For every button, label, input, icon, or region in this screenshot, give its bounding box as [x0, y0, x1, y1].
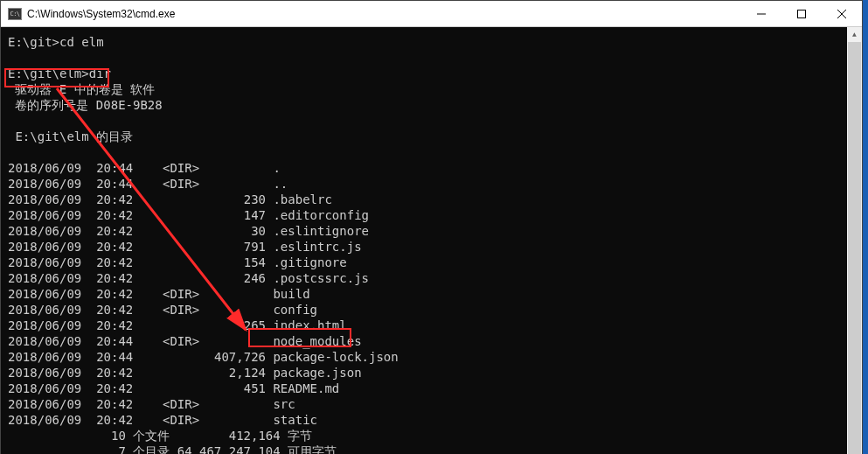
terminal-line: 2018/06/09 20:44 <DIR> node_modules: [8, 334, 362, 348]
terminal-line: E:\git>cd elm: [8, 35, 104, 49]
terminal-line: 卷的序列号是 D08E-9B28: [8, 98, 163, 112]
cmd-window: C:\ C:\Windows\System32\cmd.exe E:\git>c…: [0, 0, 863, 454]
terminal-line: 2018/06/09 20:42 <DIR> config: [8, 303, 317, 317]
terminal-line: 2018/06/09 20:42 154 .gitignore: [8, 255, 347, 269]
terminal-line: 驱动器 E 中的卷是 软件: [8, 82, 155, 96]
terminal-line: 2018/06/09 20:42 <DIR> static: [8, 413, 317, 427]
close-button[interactable]: [822, 1, 862, 27]
titlebar[interactable]: C:\ C:\Windows\System32\cmd.exe: [1, 1, 862, 27]
terminal-line: 2018/06/09 20:42 246 .postcssrc.js: [8, 271, 369, 285]
terminal-line: 7 个目录 64,467,247,104 可用字节: [8, 444, 337, 454]
terminal-line: 2018/06/09 20:44 <DIR> ..: [8, 177, 288, 191]
scroll-up-arrow[interactable]: ▲: [847, 27, 862, 42]
terminal-line: 2018/06/09 20:42 <DIR> src: [8, 397, 295, 411]
terminal-line: 2018/06/09 20:42 147 .editorconfig: [8, 208, 369, 222]
terminal-line: E:\git\elm 的目录: [8, 129, 133, 143]
terminal-line: E:\git\elm>dir: [8, 66, 111, 80]
maximize-button[interactable]: [781, 1, 822, 27]
scroll-track[interactable]: [847, 42, 862, 454]
terminal-line: 2018/06/09 20:42 <DIR> build: [8, 287, 310, 301]
scrollbar-vertical[interactable]: ▲ ▼: [847, 27, 862, 454]
terminal-area: E:\git>cd elm E:\git\elm>dir 驱动器 E 中的卷是 …: [1, 27, 862, 454]
svg-rect-1: [798, 10, 806, 17]
window-controls: [741, 1, 862, 27]
terminal-line: 2018/06/09 20:44 <DIR> .: [8, 161, 281, 175]
cmd-icon: C:\: [8, 8, 22, 20]
minimize-button[interactable]: [741, 1, 781, 27]
terminal-line: 2018/06/09 20:42 230 .babelrc: [8, 192, 332, 206]
terminal-line: 2018/06/09 20:42 2,124 package.json: [8, 366, 362, 380]
terminal-line: 2018/06/09 20:42 30 .eslintignore: [8, 224, 369, 238]
terminal-line: 2018/06/09 20:42 451 README.md: [8, 381, 339, 395]
terminal-line: 10 个文件 412,164 字节: [8, 429, 312, 443]
window-title: C:\Windows\System32\cmd.exe: [27, 8, 741, 20]
terminal-line: 2018/06/09 20:42 791 .eslintrc.js: [8, 240, 362, 254]
terminal-line: 2018/06/09 20:42 265 index.html: [8, 318, 347, 332]
terminal[interactable]: E:\git>cd elm E:\git\elm>dir 驱动器 E 中的卷是 …: [1, 27, 847, 454]
terminal-line: 2018/06/09 20:44 407,726 package-lock.js…: [8, 350, 399, 364]
scroll-thumb[interactable]: [848, 42, 861, 454]
